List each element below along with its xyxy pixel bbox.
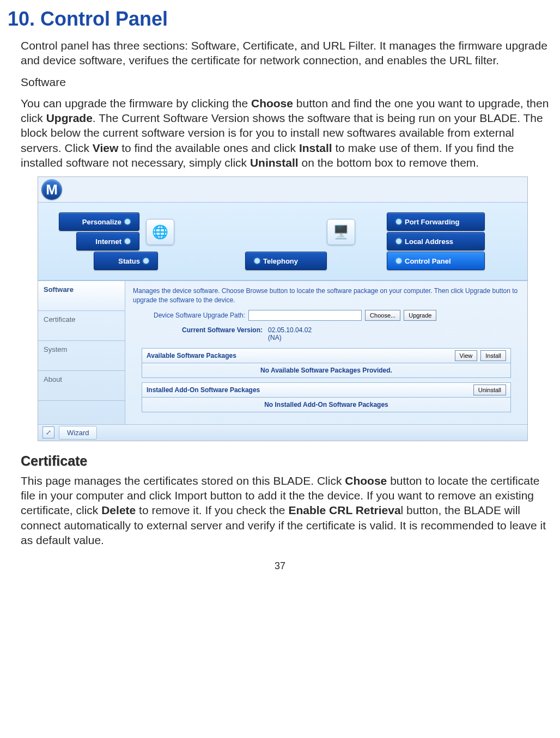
view-button[interactable]: View bbox=[455, 350, 478, 361]
t: on the bottom box to remove them. bbox=[299, 156, 479, 169]
frame-head: Installed Add-On Software Packages Unins… bbox=[142, 383, 510, 398]
sidebar-item-certificate[interactable]: Certificate bbox=[38, 311, 125, 341]
bullet-icon bbox=[396, 258, 401, 264]
upgrade-word: Upgrade bbox=[46, 112, 93, 124]
certificate-paragraph: This page manages the certificates store… bbox=[21, 473, 552, 547]
available-packages-title: Available Software Packages bbox=[147, 352, 455, 359]
current-version-row: Current Software Version: 02.05.10.04.02… bbox=[154, 326, 520, 341]
l: Port Forwarding bbox=[405, 218, 459, 226]
software-label: Software bbox=[21, 75, 552, 89]
t: You can upgrade the firmware by clicking… bbox=[21, 97, 251, 109]
wizard-button[interactable]: Wizard bbox=[59, 426, 97, 440]
app-screenshot: M Personalize Internet Status 🌐 Telephon… bbox=[38, 176, 528, 441]
upgrade-button[interactable]: Upgrade bbox=[404, 310, 436, 321]
motorola-logo-icon: M bbox=[41, 179, 62, 200]
bullet-icon bbox=[254, 258, 260, 264]
t: This page manages the certificates store… bbox=[21, 474, 345, 487]
certificate-heading: Certificate bbox=[21, 453, 552, 469]
nav-ribbon: Personalize Internet Status 🌐 Telephony … bbox=[38, 202, 527, 280]
tab-port-forwarding[interactable]: Port Forwarding bbox=[387, 212, 485, 231]
sidebar: Software Certificate System About bbox=[38, 281, 125, 424]
upgrade-row: Device Software Upgrade Path: Choose... … bbox=[154, 310, 520, 321]
tab-control-panel[interactable]: Control Panel bbox=[387, 252, 485, 270]
l: Status bbox=[118, 257, 140, 265]
tab-status[interactable]: Status bbox=[94, 252, 158, 270]
tab-telephony[interactable]: Telephony bbox=[245, 252, 327, 270]
tab-personalize[interactable]: Personalize bbox=[59, 212, 139, 231]
l: Telephony bbox=[263, 257, 298, 265]
sidebar-item-software[interactable]: Software bbox=[38, 281, 125, 311]
installed-packages-frame: Installed Add-On Software Packages Unins… bbox=[142, 382, 511, 412]
software-paragraph: You can upgrade the firmware by clicking… bbox=[21, 96, 552, 170]
footer-bar: ⤢ Wizard bbox=[38, 424, 527, 441]
delete-word: Delete bbox=[101, 504, 136, 516]
bullet-icon bbox=[396, 239, 401, 244]
help-text: Manages the device software. Choose Brow… bbox=[133, 286, 520, 304]
logo-bar: M bbox=[38, 177, 527, 202]
installed-packages-empty: No Installed Add-On Software Packages bbox=[142, 398, 510, 412]
upgrade-path-input[interactable] bbox=[248, 310, 362, 321]
sidebar-item-system[interactable]: System bbox=[38, 341, 125, 371]
l: Local Address bbox=[405, 237, 453, 246]
available-packages-empty: No Available Software Packages Provided. bbox=[142, 363, 510, 377]
monitor-icon: 🖥️ bbox=[327, 219, 355, 245]
enable-crl-word: Enable CRL Retrieva bbox=[288, 504, 400, 516]
expand-icon[interactable]: ⤢ bbox=[42, 426, 54, 438]
intro-paragraph: Control panel has three sections: Softwa… bbox=[21, 38, 552, 68]
sidebar-item-about[interactable]: About bbox=[38, 371, 125, 401]
available-packages-frame: Available Software Packages View Install… bbox=[142, 348, 511, 378]
choose-button[interactable]: Choose... bbox=[365, 310, 400, 321]
install-word: Install bbox=[299, 142, 332, 154]
view-word: View bbox=[93, 142, 118, 154]
bullet-icon bbox=[143, 258, 149, 264]
page-number: 37 bbox=[8, 560, 552, 572]
globe-icon: 🌐 bbox=[146, 219, 174, 245]
tab-local-address[interactable]: Local Address bbox=[387, 232, 485, 251]
tab-internet[interactable]: Internet bbox=[76, 232, 139, 251]
installed-packages-title: Installed Add-On Software Packages bbox=[147, 386, 473, 394]
uninstall-word: Uninstall bbox=[250, 156, 299, 169]
t: to remove it. If you check the bbox=[136, 504, 288, 516]
chapter-heading: 10. Control Panel bbox=[8, 8, 552, 31]
l: Control Panel bbox=[405, 257, 451, 265]
bullet-icon bbox=[125, 239, 130, 244]
upgrade-path-label: Device Software Upgrade Path: bbox=[154, 312, 245, 319]
choose-word: Choose bbox=[251, 97, 293, 109]
main-pane: Manages the device software. Choose Brow… bbox=[125, 281, 527, 424]
l: Internet bbox=[95, 237, 121, 246]
current-version-label: Current Software Version: bbox=[154, 326, 263, 341]
t: to find the available ones and click bbox=[118, 142, 299, 154]
content-row: Software Certificate System About Manage… bbox=[38, 280, 527, 424]
current-version-value: 02.05.10.04.02 (NA) bbox=[268, 326, 312, 341]
l: Personalize bbox=[82, 218, 121, 226]
install-button[interactable]: Install bbox=[480, 350, 506, 361]
bullet-icon bbox=[125, 219, 130, 224]
uninstall-button[interactable]: Uninstall bbox=[473, 385, 506, 395]
choose-word: Choose bbox=[345, 474, 387, 487]
frame-head: Available Software Packages View Install bbox=[142, 349, 510, 363]
bullet-icon bbox=[396, 219, 401, 224]
